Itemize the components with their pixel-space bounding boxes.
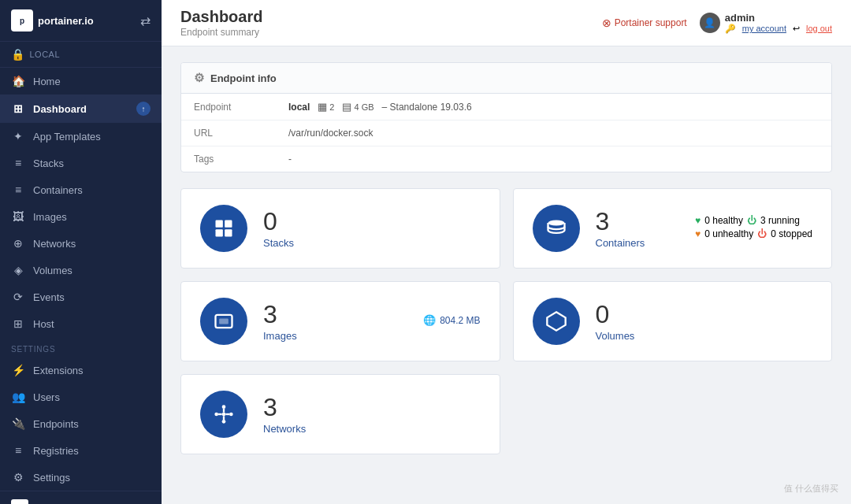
dash-card-volumes[interactable]: 0 Volumes <box>513 281 833 361</box>
sidebar-item-registries[interactable]: ≡ Registries <box>0 437 162 464</box>
dash-icon-images <box>200 298 247 345</box>
size-value: 804.2 MB <box>440 315 480 326</box>
endpoint-row: Endpoint local ▦ 2 ▤ 4 GB <box>181 94 831 120</box>
endpoint-cpu-chip: ▦ 2 <box>318 101 334 113</box>
env-icon: 🔒 <box>11 48 25 61</box>
nav-icon-events: ⟳ <box>11 291 25 303</box>
tags-row: Tags - <box>181 146 831 172</box>
nav-label-containers: Containers <box>33 184 83 196</box>
nav-icon-dashboard: ⊞ <box>11 102 25 115</box>
settings-label-users: Users <box>33 391 60 403</box>
svg-marker-7 <box>547 312 565 330</box>
nav-label-stacks: Stacks <box>33 158 64 169</box>
unhealthy-count: 0 unhealthy <box>704 228 753 239</box>
username: admin <box>725 12 832 24</box>
nav-label-app-templates: App Templates <box>33 131 101 143</box>
dash-label-stacks: Stacks <box>263 237 481 249</box>
page-subtitle: Endpoint summary <box>180 27 262 38</box>
dash-info-stacks: 0 Stacks <box>263 209 481 249</box>
dash-card-images[interactable]: 3 Images 🌐 804.2 MB <box>180 281 500 361</box>
svg-point-9 <box>214 413 218 417</box>
page-title: Dashboard <box>180 8 262 26</box>
dash-info-networks: 3 Networks <box>263 395 481 435</box>
nav-badge-dashboard: ↑ <box>136 102 151 116</box>
size-icon: 🌐 <box>423 314 436 326</box>
nav-icon-stacks: ≡ <box>11 157 25 169</box>
sidebar-item-stacks[interactable]: ≡ Stacks <box>0 150 162 176</box>
sidebar-item-containers[interactable]: ≡ Containers <box>0 176 162 203</box>
dash-card-networks[interactable]: 3 Networks <box>180 374 500 454</box>
sidebar-item-app-templates[interactable]: ✦ App Templates <box>0 123 162 150</box>
nav-icon-volumes: ◈ <box>11 264 25 276</box>
cpu-icon: ▦ <box>318 101 327 113</box>
content: ⚙ Endpoint info Endpoint local ▦ 2 <box>162 46 851 504</box>
dash-count-images: 3 <box>263 302 407 327</box>
settings-items-container: ⚡ Extensions 👥 Users 🔌 Endpoints ≡ Regis… <box>0 357 162 491</box>
support-icon: ⊗ <box>602 17 611 29</box>
endpoint-info-card: ⚙ Endpoint info Endpoint local ▦ 2 <box>180 62 832 172</box>
settings-icon-endpoints: 🔌 <box>11 417 25 430</box>
nav-icon-images: 🖼 <box>11 210 25 223</box>
dash-icon-stacks <box>200 205 247 252</box>
user-info: admin 🔑 my account ↩ log out <box>725 12 832 34</box>
running-icon: ⏻ <box>747 215 756 226</box>
dashboard-grid: 0 Stacks 3 Containers ♥ 0 healthy ⏻ 3 ru… <box>180 188 832 454</box>
dash-card-stacks[interactable]: 0 Stacks <box>180 188 500 269</box>
dash-info-containers: 3 Containers <box>596 209 680 249</box>
topbar-right: ⊗ Portainer support 👤 admin 🔑 my account… <box>602 12 832 34</box>
sidebar-item-extensions[interactable]: ⚡ Extensions <box>0 357 162 384</box>
sidebar-item-home[interactable]: 🏠 Home <box>0 68 162 94</box>
env-section: 🔒 LOCAL <box>0 42 162 68</box>
endpoint-label: Endpoint <box>181 94 276 120</box>
user-avatar: 👤 <box>700 13 720 33</box>
sidebar-item-users[interactable]: 👥 Users <box>0 384 162 410</box>
logout-link[interactable]: log out <box>806 24 832 34</box>
sidebar-footer: p portainer.io 1.23.1 <box>0 491 162 504</box>
svg-point-8 <box>222 413 226 417</box>
sidebar-item-dashboard[interactable]: ⊞ Dashboard ↑ <box>0 94 162 123</box>
my-account-icon: 🔑 <box>725 24 736 34</box>
unhealthy-row: ♥ 0 unhealthy ⏻ 0 stopped <box>695 228 812 239</box>
svg-rect-6 <box>219 319 229 324</box>
dash-count-stacks: 0 <box>263 209 481 234</box>
svg-rect-1 <box>225 220 232 228</box>
settings-label-endpoints: Endpoints <box>33 418 79 430</box>
env-label: LOCAL <box>30 50 61 59</box>
sidebar-item-settings[interactable]: ⚙ Settings <box>0 464 162 491</box>
sidebar-item-volumes[interactable]: ◈ Volumes <box>0 257 162 284</box>
svg-point-4 <box>548 220 564 226</box>
nav-items-container: 🏠 Home ⊞ Dashboard ↑ ✦ App Templates ≡ S… <box>0 68 162 337</box>
settings-icon-registries: ≡ <box>11 444 25 457</box>
transfer-icon[interactable]: ⇄ <box>140 13 151 28</box>
svg-point-11 <box>222 405 226 409</box>
svg-rect-3 <box>225 229 232 236</box>
endpoint-info-icon: ⚙ <box>194 71 204 85</box>
mem-icon: ▤ <box>342 101 351 113</box>
svg-point-12 <box>222 420 226 424</box>
sidebar-item-events[interactable]: ⟳ Events <box>0 284 162 310</box>
nav-icon-app-templates: ✦ <box>11 130 25 143</box>
dash-card-containers[interactable]: 3 Containers ♥ 0 healthy ⏻ 3 running ♥ 0… <box>513 188 833 269</box>
user-area: 👤 admin 🔑 my account ↩ log out <box>700 12 832 34</box>
nav-label-dashboard: Dashboard <box>33 103 87 115</box>
settings-label: SETTINGS <box>0 337 162 357</box>
dash-icon-containers <box>533 205 580 252</box>
sidebar-item-networks[interactable]: ⊕ Networks <box>0 230 162 257</box>
nav-label-host: Host <box>33 318 54 330</box>
support-link[interactable]: ⊗ Portainer support <box>602 17 687 29</box>
sidebar-item-images[interactable]: 🖼 Images <box>0 203 162 230</box>
sidebar-item-endpoints[interactable]: 🔌 Endpoints <box>0 410 162 437</box>
url-value: /var/run/docker.sock <box>276 120 831 146</box>
cpu-count: 2 <box>329 102 334 112</box>
stopped-count: 0 stopped <box>771 228 812 239</box>
dash-count-volumes: 0 <box>596 302 813 327</box>
dash-count-networks: 3 <box>263 395 481 420</box>
tags-value: - <box>276 146 831 172</box>
settings-icon-users: 👥 <box>11 391 25 403</box>
dash-label-networks: Networks <box>263 423 481 435</box>
sidebar-item-host[interactable]: ⊞ Host <box>0 310 162 337</box>
support-label: Portainer support <box>615 17 687 28</box>
page-title-area: Dashboard Endpoint summary <box>180 8 262 38</box>
sidebar: p portainer.io ⇄ 🔒 LOCAL 🏠 Home ⊞ Dashbo… <box>0 0 162 504</box>
my-account-link[interactable]: my account <box>742 24 786 34</box>
